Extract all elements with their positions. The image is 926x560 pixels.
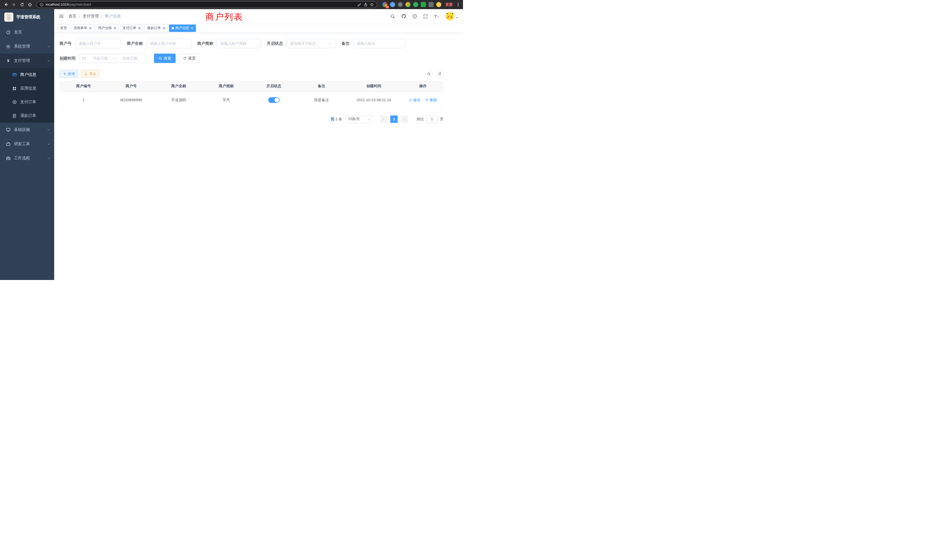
cell-merchant-id: 1 [60,92,107,108]
tab-close-icon[interactable] [138,27,141,29]
tab-process-form[interactable]: 流程表单 [71,24,94,32]
full-name-input[interactable] [150,41,188,45]
browser-menu-icon[interactable] [456,2,460,7]
browser-refresh-icon[interactable] [18,1,26,8]
sidebar-item-infrastructure[interactable]: 基础设施 [0,123,54,137]
help-icon[interactable]: ? [412,14,417,19]
sidebar-item-home[interactable]: 首页 [0,25,54,39]
extension-green-square-icon[interactable] [421,2,426,7]
reset-button[interactable]: 重置 [179,54,200,63]
bookmark-star-icon[interactable] [370,3,374,7]
col-header-status: 开启状态 [250,81,298,92]
svg-text:T: T [437,15,439,18]
extension-colorful-icon[interactable]: 10 [382,2,387,7]
tab-refund-order[interactable]: 退款订单 [145,24,168,32]
remark-input[interactable] [357,41,402,45]
col-header-full-name: 商户全称 [155,81,203,92]
sidebar-item-merchant-info[interactable]: 商户信息 [0,68,54,82]
sidebar-item-payment[interactable]: ¥ 支付管理 [0,54,54,68]
extension-gray-icon[interactable] [398,2,403,7]
goto-page-input[interactable] [426,115,437,123]
col-header-create-time: 创建时间 [345,81,402,92]
breadcrumb-home[interactable]: 首页 [68,14,76,19]
sidebar-item-system[interactable]: 系统管理 [0,39,54,54]
table-header-row: 商户编号 商户号 商户全称 商户简称 开启状态 备注 创建时间 操作 [60,81,443,92]
tab-label: 退款订单 [147,26,161,30]
add-button[interactable]: 新增 [60,70,78,78]
date-separator: - [115,56,116,61]
chevron-down-icon [47,128,50,132]
address-bar[interactable]: localhost:1024/pay/merchant [36,1,377,8]
merchant-no-input-wrap [75,39,121,48]
github-icon[interactable] [401,14,406,19]
merchant-no-input[interactable] [79,41,117,45]
hamburger-icon[interactable] [59,14,64,19]
app-logo[interactable]: 芋道管理系统 [0,9,54,25]
sidebar-item-workflow[interactable]: 工作流程 [0,151,54,165]
sidebar-item-pay-order[interactable]: 支付订单 [0,95,54,109]
cell-remark: 我是备注 [298,92,345,108]
short-name-input[interactable] [220,41,257,45]
password-key-icon[interactable] [357,3,362,7]
rabbit-logo-icon [4,12,14,22]
tab-merchant-info[interactable]: 商户信息 [169,24,196,32]
browser-home-icon[interactable] [26,1,34,8]
tab-pay-order[interactable]: 支付订单 [120,24,143,32]
status-toggle[interactable] [268,97,280,103]
export-button[interactable]: 导出 [81,70,100,78]
search-button[interactable]: 搜索 [154,54,176,63]
page-size-select[interactable]: 10条/页 [345,115,373,123]
browser-update-button[interactable]: 更新 [445,2,453,7]
sidebar-item-app-info[interactable]: 应用信息 [0,82,54,95]
tab-label: 用户分组 [98,26,112,30]
tab-close-icon[interactable] [114,27,116,29]
tab-user-group[interactable]: 用户分组 [95,24,119,32]
browser-back-icon[interactable] [2,1,10,8]
status-select-placeholder: 请选择开启状态 [290,41,327,46]
share-icon[interactable] [363,3,368,7]
status-select[interactable]: 请选择开启状态 [286,39,336,48]
edit-button[interactable]: 修改 [409,97,421,103]
tab-label: 流程表单 [74,26,87,30]
tab-close-icon[interactable] [191,27,193,29]
url-host: localhost:1024 [45,3,69,6]
svg-text:?: ? [414,15,415,18]
url-path: /pay/merchant [69,3,91,6]
tab-home[interactable]: 首页 [57,24,70,32]
refresh-table-button[interactable] [436,70,443,78]
user-avatar[interactable] [446,12,454,21]
breadcrumb-payment[interactable]: 支付管理 [83,14,98,19]
sidebar-item-refund-order[interactable]: 退款订单 [0,109,54,123]
prev-page-button[interactable] [380,115,387,123]
short-name-input-wrap [217,39,261,48]
extension-avatar-icon[interactable] [406,2,410,7]
toggle-search-button[interactable] [425,70,433,78]
tab-close-icon[interactable] [89,27,92,29]
create-time-range-picker[interactable]: 开始日期 - 结束日期 [79,54,146,63]
fullscreen-icon[interactable] [423,14,428,19]
site-info-icon[interactable] [39,3,44,6]
chevron-down-icon [47,45,50,48]
delete-button[interactable]: 删除 [425,97,437,103]
extension-green-circle-icon[interactable] [413,2,418,7]
font-size-icon[interactable]: TT [434,14,440,19]
extension-puzzle-icon[interactable] [428,2,434,7]
pagination-total: 共 1 条 [331,117,342,122]
date-end-placeholder: 结束日期 [118,56,142,61]
top-navbar: 首页 / 支付管理 / 商户信息 ? T [54,9,463,23]
browser-extensions: 10 [382,2,441,7]
search-icon[interactable] [390,14,395,19]
table-row: 1 M233666999 芋道源码 芋艿 我是备注 2021-10-23 08:… [60,92,443,108]
next-page-button[interactable] [401,115,408,123]
browser-forward-icon[interactable] [10,1,18,8]
user-menu[interactable] [446,12,458,21]
credit-card-icon [12,73,17,77]
page-number-1[interactable]: 1 [390,115,398,123]
col-header-actions: 操作 [402,81,443,92]
col-header-remark: 备注 [298,81,345,92]
date-start-placeholder: 开始日期 [88,56,113,61]
tab-close-icon[interactable] [163,27,165,29]
extension-smiley-icon[interactable] [436,2,441,7]
extension-blue-icon[interactable] [390,2,395,7]
sidebar-item-dev-tools[interactable]: 研发工具 [0,137,54,151]
